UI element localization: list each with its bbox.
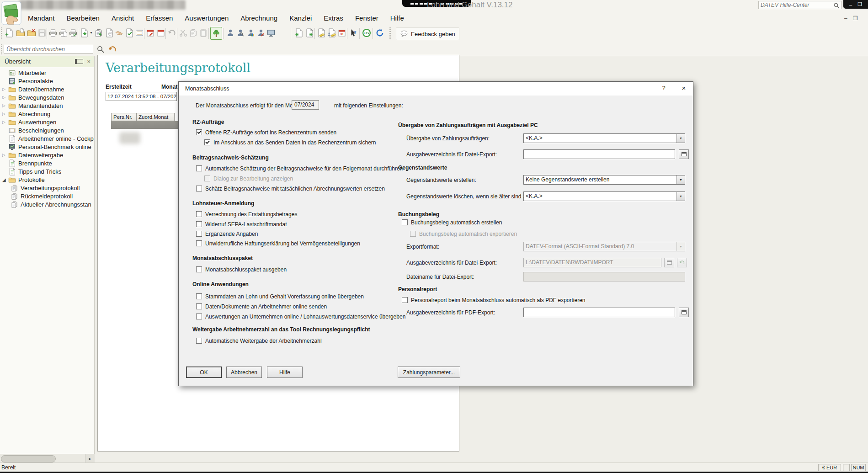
sidebar-item-brennpunkte[interactable]: Brennpunkte bbox=[0, 159, 94, 167]
month-field[interactable]: 07/2024 bbox=[292, 100, 319, 110]
certificate-icon[interactable] bbox=[134, 27, 145, 39]
employee-search-icon[interactable] bbox=[235, 27, 246, 39]
checkbox[interactable] bbox=[402, 297, 408, 303]
reset-search-icon[interactable] bbox=[108, 45, 117, 54]
organization-tree-icon[interactable] bbox=[210, 27, 222, 40]
dialog-help-button[interactable]: ? bbox=[660, 84, 668, 92]
checkbox[interactable] bbox=[410, 231, 416, 237]
column-header-zuordmonat[interactable]: Zuord.Monat bbox=[136, 113, 175, 121]
export-icon[interactable] bbox=[79, 27, 90, 39]
browse-button[interactable] bbox=[679, 149, 689, 159]
import-document-icon[interactable] bbox=[293, 27, 304, 39]
sidebar-item-personal-benchmark[interactable]: Personal-Benchmark online bbox=[0, 143, 94, 151]
payroll-icon[interactable] bbox=[316, 27, 327, 39]
cancel-button[interactable]: Abbrechen bbox=[226, 367, 262, 378]
sidebar-item-bescheinigungen[interactable]: Bescheinigungen bbox=[0, 126, 94, 134]
data-transfer-icon[interactable] bbox=[93, 27, 104, 39]
checkbox-row-auto-schaetzung[interactable]: Automatische Schätzung der Beitragsnachw… bbox=[196, 165, 403, 172]
sidebar-item-aktueller-abrechnungsstand[interactable]: Aktueller Abrechnungsstan bbox=[0, 200, 94, 208]
scrollbar-thumb[interactable] bbox=[1, 455, 56, 462]
sidebar-item-verarbeitungsprotokoll[interactable]: Verarbeitungsprotokoll bbox=[0, 184, 94, 192]
sidebar-item-mitarbeiter[interactable]: Mitarbeiter bbox=[0, 69, 94, 77]
employee-report-icon[interactable] bbox=[245, 27, 256, 39]
restore-button[interactable]: ❐ bbox=[857, 1, 862, 7]
mdi-minimize-button[interactable]: – bbox=[844, 15, 847, 21]
paste-icon[interactable] bbox=[198, 27, 209, 39]
refresh-icon[interactable] bbox=[374, 27, 385, 39]
checkbox-row-personalreport-pdf[interactable]: Personalreport beim Monatsabschluss auto… bbox=[402, 297, 586, 303]
checkbox[interactable] bbox=[402, 219, 408, 225]
copy-icon[interactable] bbox=[188, 27, 199, 39]
help-center-search-input[interactable] bbox=[759, 2, 833, 8]
checkbox-row-anschluss-sichern[interactable]: Im Anschluss an das Senden Daten in das … bbox=[204, 139, 376, 146]
menu-hilfe[interactable]: Hilfe bbox=[384, 13, 410, 23]
checkbox-row-auswertungen-online[interactable]: Auswertungen an Unternehmen online / Loh… bbox=[196, 313, 405, 320]
menu-erfassen[interactable]: Erfassen bbox=[140, 13, 179, 23]
pdf-export-input[interactable] bbox=[523, 308, 675, 317]
print-settings-icon[interactable] bbox=[68, 27, 79, 39]
toolbar-grip[interactable] bbox=[389, 27, 391, 40]
checkbox[interactable] bbox=[196, 129, 202, 135]
menu-auswertungen[interactable]: Auswertungen bbox=[179, 13, 234, 23]
checkbox[interactable] bbox=[196, 266, 202, 272]
scrollbar-right-arrow[interactable]: ▸ bbox=[85, 454, 95, 462]
checkbox-row-auto-weitergabe[interactable]: Automatische Weitergabe der Arbeitnehmer… bbox=[196, 337, 322, 344]
new-document-icon[interactable] bbox=[4, 27, 15, 39]
checkbox-row-stammdaten-online[interactable]: Stammdaten an Lohn und Gehalt Vorerfassu… bbox=[196, 293, 364, 300]
sidebar-item-abrechnung[interactable]: ▷Abrechnung bbox=[0, 110, 94, 118]
ok-button[interactable]: OK bbox=[186, 367, 222, 378]
protocol-filter-value[interactable]: 12.07.2024 13:52:08 - 07/2024 bbox=[106, 92, 177, 101]
overview-search-box[interactable] bbox=[4, 45, 93, 53]
overview-search-input[interactable] bbox=[4, 45, 93, 53]
dropdown-arrow-icon[interactable]: ▼ bbox=[676, 175, 685, 184]
menu-fenster[interactable]: Fenster bbox=[349, 13, 384, 23]
checkbox-row-ergaenzende[interactable]: Ergänzende Angaben bbox=[196, 230, 258, 237]
undo-icon[interactable] bbox=[166, 27, 177, 39]
checkbox[interactable] bbox=[196, 165, 202, 171]
checkbox[interactable] bbox=[196, 221, 202, 227]
checkbox-row-haftungserklaerung[interactable]: Unwiderrufliche Haftungserklärung bei Ve… bbox=[196, 240, 360, 247]
column-header-persnr[interactable]: Pers.Nr. bbox=[111, 113, 137, 121]
sidebar-item-datenweitergabe[interactable]: ▷Datenweitergabe bbox=[0, 151, 94, 159]
minimize-button[interactable]: – bbox=[849, 2, 852, 7]
sidebar-item-datenuebernahme[interactable]: ▷Datenübernahme bbox=[0, 85, 94, 93]
checkbox[interactable] bbox=[196, 231, 202, 237]
checkbox-row-paket-ausgeben[interactable]: Monatsabschlusspaket ausgeben bbox=[196, 266, 287, 273]
help-button[interactable]: Hilfe bbox=[267, 367, 303, 378]
calendar-31-icon[interactable]: 31 bbox=[336, 27, 347, 39]
expand-icon[interactable]: ▷ bbox=[2, 112, 8, 116]
mdi-restore-button[interactable]: ❐ bbox=[853, 15, 858, 21]
print-icon[interactable] bbox=[48, 27, 59, 39]
checkbox-row-buchungsbeleg-erstellen[interactable]: Buchungsbeleg automatisch erstellen bbox=[402, 219, 502, 226]
checkbox-row-dialog-bearbeitung[interactable]: Dialog zur Bearbeitung anzeigen bbox=[204, 175, 293, 182]
toolbar-grip[interactable] bbox=[1, 27, 2, 40]
sidebar-item-auswertungen[interactable]: ▷Auswertungen bbox=[0, 118, 94, 126]
menu-abrechnung[interactable]: Abrechnung bbox=[234, 13, 283, 23]
menu-kanzlei[interactable]: Kanzlei bbox=[283, 13, 318, 23]
sidebar-item-rueckmeldeprotokoll[interactable]: Rückmeldeprotokoll bbox=[0, 192, 94, 200]
checkbox[interactable] bbox=[196, 211, 202, 217]
save-icon[interactable] bbox=[37, 27, 48, 39]
expand-icon[interactable]: ▷ bbox=[2, 120, 8, 124]
dropdown-arrow-icon[interactable]: ▼ bbox=[676, 192, 685, 201]
dialog-close-button[interactable]: × bbox=[680, 84, 688, 92]
sidebar-item-bewegungsdaten[interactable]: ▷Bewegungsdaten bbox=[0, 93, 94, 101]
ausgabe-datei-input[interactable] bbox=[523, 149, 675, 159]
checkbox[interactable] bbox=[204, 175, 210, 181]
payment-parameters-button[interactable]: Zahlungsparameter... bbox=[398, 367, 460, 378]
export-document-icon[interactable] bbox=[304, 27, 315, 39]
menu-mandant[interactable]: Mandant bbox=[22, 13, 60, 23]
feedback-button[interactable]: Feedback geben bbox=[396, 27, 459, 40]
open-file-icon[interactable] bbox=[15, 27, 26, 39]
search-icon[interactable] bbox=[833, 2, 840, 9]
close-file-icon[interactable] bbox=[26, 27, 37, 39]
checkbox-row-widerruf-sepa[interactable]: Widerruf SEPA-Lastschriftmandat bbox=[196, 221, 287, 228]
close-icon[interactable]: × bbox=[87, 58, 91, 64]
checkbox[interactable] bbox=[196, 338, 202, 344]
browse-button[interactable] bbox=[679, 308, 689, 317]
menu-extras[interactable]: Extras bbox=[318, 13, 349, 23]
lexinform-icon[interactable] bbox=[361, 27, 372, 39]
sidebar-item-arbeitnehmer-online[interactable]: Arbeitnehmer online - Cockpit bbox=[0, 134, 94, 143]
sidebar-item-personalakte[interactable]: Personalakte bbox=[0, 77, 94, 85]
dropdown-arrow-icon[interactable]: ▼ bbox=[676, 134, 685, 143]
